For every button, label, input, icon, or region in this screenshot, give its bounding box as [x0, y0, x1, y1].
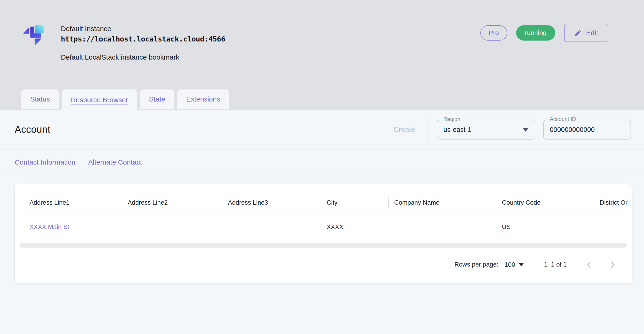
resource-controls: Create Region us-east-1 Account ID 00000… — [388, 118, 631, 142]
column-header-company-name[interactable]: Company Name — [388, 193, 496, 212]
previous-page-button[interactable] — [584, 259, 594, 270]
account-id-field[interactable]: Account ID 000000000000 — [543, 120, 631, 140]
rows-per-page-select[interactable]: 100 — [504, 261, 524, 268]
row-company-name — [388, 213, 496, 241]
tab-bar: Status Resource Browser State Extensions — [21, 89, 229, 110]
subtab-contact-information[interactable]: Contact Information — [15, 158, 76, 166]
region-select-value: us-east-1 — [444, 126, 472, 134]
localstack-logo — [22, 23, 54, 49]
rows-per-page-label: Rows per page: — [454, 261, 498, 268]
resource-subtabs: Contact Information Alternate Contact — [0, 150, 644, 175]
column-header-district[interactable]: District Or — [594, 193, 632, 212]
table-header-row: Address Line1 Address Line2 Address Line… — [20, 193, 627, 213]
rows-per-page-value: 100 — [504, 261, 516, 268]
edit-button-label: Edit — [586, 29, 598, 37]
region-select-label: Region — [441, 116, 463, 122]
row-address-line3 — [222, 213, 320, 241]
tab-status[interactable]: Status — [21, 89, 59, 109]
tab-resource-browser[interactable]: Resource Browser — [62, 89, 137, 110]
subtab-alternate-contact[interactable]: Alternate Contact — [88, 158, 142, 166]
chevron-left-icon — [584, 260, 594, 270]
resource-header: Account Create Region us-east-1 Account … — [0, 110, 644, 150]
page-title: Account — [15, 124, 50, 135]
pencil-icon — [574, 29, 582, 37]
column-header-address-line2[interactable]: Address Line2 — [122, 193, 222, 212]
dropdown-arrow-icon — [518, 263, 524, 266]
tab-extensions[interactable]: Extensions — [177, 89, 229, 109]
column-header-country-code[interactable]: Country Code — [496, 193, 594, 212]
region-select[interactable]: Region us-east-1 — [437, 120, 535, 140]
pro-badge: Pro — [480, 25, 507, 40]
row-country-code: US — [496, 213, 594, 241]
horizontal-scrollbar[interactable] — [20, 243, 626, 248]
row-address-line1-link[interactable]: XXXX Main St — [30, 223, 69, 231]
account-id-label: Account ID — [548, 116, 578, 122]
instance-title: Default Instance — [61, 24, 225, 33]
column-header-city[interactable]: City — [320, 193, 388, 212]
table-row: XXXX Main St XXXX US — [20, 213, 627, 241]
next-page-button[interactable] — [607, 259, 618, 270]
tab-state[interactable]: State — [140, 89, 174, 109]
edit-button[interactable]: Edit — [564, 24, 608, 42]
resource-browser-panel: Account Create Region us-east-1 Account … — [0, 110, 644, 334]
chevron-right-icon — [608, 260, 618, 270]
pagination-buttons — [584, 259, 618, 270]
column-header-address-line1[interactable]: Address Line1 — [20, 193, 122, 212]
column-header-address-line3[interactable]: Address Line3 — [222, 193, 320, 212]
instance-subtitle: Default LocalStack instance bookmark — [61, 53, 225, 61]
instance-url: https://localhost.localstack.cloud:4566 — [61, 35, 225, 43]
pagination-bar: Rows per page: 100 1–1 of 1 — [15, 248, 632, 281]
account-id-value: 000000000000 — [550, 126, 595, 134]
controls-divider — [428, 118, 429, 142]
running-status-badge: running — [516, 25, 555, 40]
row-city: XXXX — [320, 213, 388, 241]
row-district — [594, 213, 632, 241]
data-grid-card: Address Line1 Address Line2 Address Line… — [15, 184, 632, 284]
pagination-range-label: 1–1 of 1 — [544, 261, 567, 268]
row-address-line2 — [122, 213, 222, 241]
dropdown-arrow-icon — [522, 128, 529, 132]
localstack-app: Default Instance https://localhost.local… — [0, 0, 644, 334]
instance-header: Default Instance https://localhost.local… — [0, 0, 644, 110]
create-button[interactable]: Create — [388, 125, 421, 134]
header-actions: Pro running Edit — [480, 24, 608, 42]
